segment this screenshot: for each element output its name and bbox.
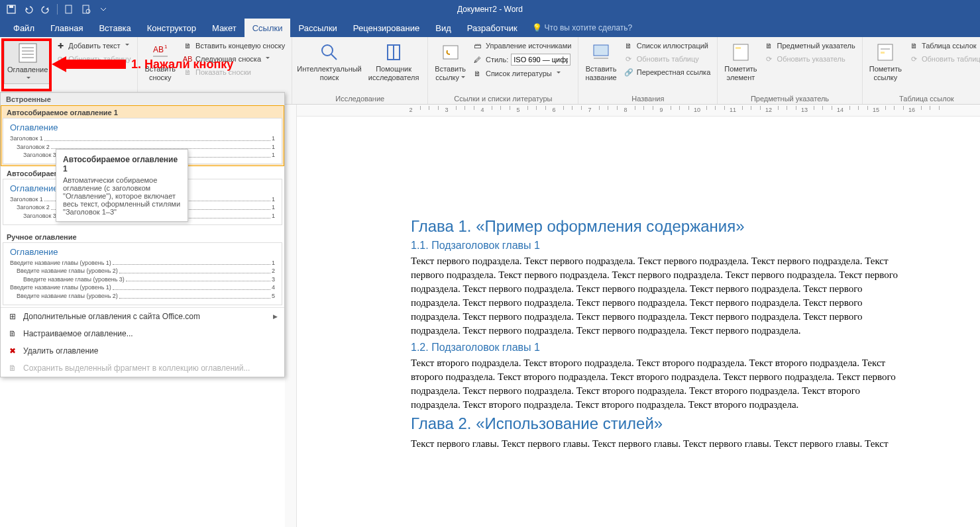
- tab-view[interactable]: Вид: [427, 19, 459, 37]
- update-index-button[interactable]: ⟳Обновить указатель: [761, 53, 858, 65]
- doc-paragraph-3: Текст первого главы. Текст первого главы…: [411, 437, 908, 451]
- tell-me[interactable]: 💡 Что вы хотите сделать?: [532, 19, 633, 37]
- ruler-horizontal[interactable]: 2345678910111213141516: [285, 105, 980, 117]
- tab-review[interactable]: Рецензирование: [345, 19, 427, 37]
- svg-rect-17: [443, 46, 458, 59]
- mark-entry-icon: [730, 41, 752, 64]
- toc-style-manual-name: Ручное оглавление: [3, 229, 282, 242]
- toc-style-manual[interactable]: Ручное оглавление Оглавление Введите наз…: [1, 227, 284, 307]
- doc-paragraph-1: Текст первого подраздела. Текст первого …: [411, 254, 908, 338]
- researcher-button[interactable]: Помощник исследователя: [364, 40, 423, 83]
- custom-toc-icon: 🗎: [7, 328, 18, 339]
- tab-design[interactable]: Конструктор: [139, 19, 204, 37]
- mark-entry-label: Пометить элемент: [724, 65, 757, 81]
- redo-icon[interactable]: [38, 2, 53, 17]
- print-preview-icon[interactable]: [79, 2, 93, 17]
- undo-icon[interactable]: [21, 2, 36, 17]
- manage-sources-label: Управление источниками: [486, 42, 571, 50]
- citation-style-select[interactable]: [511, 54, 571, 66]
- mark-citation-label: Пометить ссылку: [869, 65, 902, 81]
- tab-mailings[interactable]: Рассылки: [290, 19, 345, 37]
- chevron-right-icon: ▶: [273, 313, 278, 320]
- add-text-button[interactable]: ✚Добавить текст: [52, 40, 133, 52]
- new-doc-icon[interactable]: [62, 2, 76, 17]
- insert-caption-button[interactable]: Вставить название: [582, 40, 619, 83]
- toc-style-auto1-name: Автособираемое оглавление 1: [3, 107, 282, 118]
- toc-label: Оглавление: [7, 66, 48, 82]
- more-toc-office[interactable]: ⊞Дополнительные оглавления с сайта Offic…: [1, 308, 284, 325]
- save-toc-selection: 🗎Сохранить выделенный фрагмент в коллекц…: [1, 359, 284, 377]
- insert-citation-button[interactable]: Вставить ссылку: [432, 40, 468, 83]
- tab-file[interactable]: Файл: [5, 19, 42, 37]
- insert-caption-label: Вставить название: [585, 65, 616, 81]
- group-index-label: Предметный указатель: [722, 95, 857, 104]
- cross-reference-button[interactable]: 🔗Перекрестная ссылка: [621, 66, 714, 78]
- insert-citation-label: Вставить ссылку: [435, 65, 466, 81]
- save-icon[interactable]: [4, 2, 19, 17]
- tof-label: Список иллюстраций: [637, 42, 708, 50]
- svg-line-14: [331, 54, 337, 60]
- mark-citation-button[interactable]: Пометить ссылку: [867, 40, 904, 83]
- update-toc-button[interactable]: ⟳Обновить таблицу: [52, 53, 133, 65]
- manage-sources-button[interactable]: 🗃Управление источниками: [470, 40, 574, 52]
- tof-icon: 🗎: [624, 40, 634, 51]
- refresh-icon: ⟳: [908, 54, 919, 64]
- svg-rect-5: [19, 44, 36, 62]
- insert-endnote-button[interactable]: 🗎Вставить концевую сноску: [180, 40, 288, 52]
- toc-gallery: Встроенные Автособираемое оглавление 1 О…: [0, 92, 285, 377]
- tab-home[interactable]: Главная: [42, 19, 91, 37]
- svg-rect-20: [734, 44, 748, 60]
- group-research: Интеллектуальный поиск Помощник исследов…: [292, 37, 428, 104]
- insert-toa-button[interactable]: 🗎Таблица ссылок: [906, 40, 980, 52]
- doc-heading1-b: Глава 2. «Использование стилей»: [411, 414, 908, 433]
- remove-toc[interactable]: ✖Удалить оглавление: [1, 342, 284, 359]
- update-toc-label: Обновить таблицу: [68, 55, 131, 63]
- qat-customize-icon[interactable]: [96, 2, 111, 17]
- crossref-icon: 🔗: [624, 67, 634, 77]
- table-of-figures-button[interactable]: 🗎Список иллюстраций: [621, 40, 714, 52]
- refresh-icon: ⟳: [55, 54, 66, 64]
- group-research-label: Исследование: [296, 95, 423, 104]
- add-text-icon: ✚: [55, 40, 66, 51]
- index-icon: 🗎: [764, 40, 775, 51]
- bibliography-button[interactable]: 🗎Список литературы: [470, 68, 574, 79]
- tab-layout[interactable]: Макет: [204, 19, 245, 37]
- insert-index-label: Предметный указатель: [777, 42, 855, 50]
- insert-footnote-label: Вставить сноску: [144, 65, 176, 81]
- tab-developer[interactable]: Разработчик: [459, 19, 525, 37]
- svg-text:1: 1: [164, 44, 168, 50]
- next-footnote-button[interactable]: ABСледующая сноска: [180, 53, 288, 65]
- group-toa: Пометить ссылку 🗎Таблица ссылок ⟳Обновит…: [863, 37, 980, 104]
- svg-rect-1: [9, 5, 13, 8]
- tab-insert[interactable]: Вставка: [91, 19, 138, 37]
- document-page[interactable]: Глава 1. «Пример оформления содержания» …: [325, 124, 948, 480]
- insert-index-button[interactable]: 🗎Предметный указатель: [761, 40, 858, 52]
- document-workspace: 2345678910111213141516 Глава 1. «Пример …: [285, 105, 980, 527]
- doc-heading2-b: 1.2. Подзаголовок главы 1: [411, 342, 908, 354]
- ribbon-tabs: Файл Главная Вставка Конструктор Макет С…: [0, 19, 980, 37]
- svg-rect-15: [388, 45, 394, 60]
- show-footnotes-label: Показать сноски: [195, 68, 251, 76]
- toc-button[interactable]: Оглавление: [4, 40, 51, 84]
- toc-preview-title: Оглавление: [10, 122, 275, 132]
- tab-references[interactable]: Ссылки: [245, 19, 291, 37]
- smart-lookup-button[interactable]: Интеллектуальный поиск: [296, 40, 362, 83]
- magnifier-icon: [318, 41, 341, 64]
- doc-paragraph-2: Текст второго подраздела. Текст второго …: [411, 356, 908, 412]
- mark-entry-button[interactable]: Пометить элемент: [722, 40, 759, 83]
- insert-footnote-button[interactable]: AB1 Вставить сноску: [142, 40, 178, 83]
- update-toa-button[interactable]: ⟳Обновить таблицу: [906, 53, 980, 65]
- toc-icon: [17, 42, 39, 64]
- show-footnotes-button[interactable]: 🗎Показать сноски: [180, 66, 288, 78]
- update-toa-label: Обновить таблицу: [922, 55, 980, 63]
- custom-toc[interactable]: 🗎Настраиваемое оглавление...: [1, 325, 284, 342]
- update-figures-button[interactable]: ⟳Обновить таблицу: [621, 53, 714, 65]
- doc-heading1-a: Глава 1. «Пример оформления содержания»: [411, 217, 908, 236]
- gallery-section-builtin: Встроенные: [1, 93, 284, 105]
- toa-icon: 🗎: [908, 40, 919, 51]
- svg-point-4: [86, 9, 90, 13]
- group-citations-label: Ссылки и списки литературы: [432, 95, 574, 104]
- svg-rect-22: [878, 44, 893, 60]
- tooltip-auto-toc1: Автособираемое оглавление 1 Автоматическ…: [56, 149, 188, 222]
- tooltip-body: Автоматически собираемое оглавление (с з…: [63, 176, 181, 216]
